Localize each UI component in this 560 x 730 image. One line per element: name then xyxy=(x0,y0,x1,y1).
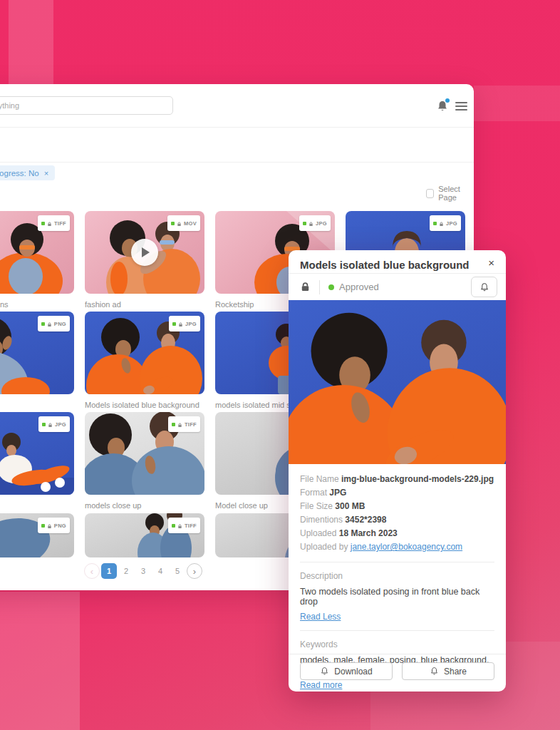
status-dot-icon xyxy=(172,322,176,326)
bell-icon xyxy=(430,667,439,676)
close-icon[interactable]: × xyxy=(488,257,494,268)
asset-thumbnail[interactable]: PNG xyxy=(0,312,74,394)
metadata-label: Uploaded by xyxy=(300,542,351,552)
filter-chip[interactable]: Work In Progress: No × xyxy=(0,165,55,180)
lock-icon xyxy=(177,217,182,230)
asset-label: models close up xyxy=(85,501,204,510)
download-button[interactable]: Download xyxy=(300,662,393,680)
pagination-page-5[interactable]: 5 xyxy=(170,563,185,579)
metadata-row: Uploaded by jane.taylor@bokoagency.com xyxy=(300,540,494,554)
header-divider xyxy=(0,127,474,128)
metadata-label: Dimentions xyxy=(300,515,345,525)
asset-label: ns xyxy=(0,300,74,309)
metadata-row: Dimentions 3452*2398 xyxy=(300,513,494,527)
format-badge: PNG xyxy=(38,518,70,533)
asset-tile[interactable]: TIFFns xyxy=(0,211,74,309)
chip-close-icon[interactable]: × xyxy=(44,169,48,178)
panel-footer: Download Share xyxy=(289,654,506,692)
lock-icon xyxy=(439,217,444,230)
share-button[interactable]: Share xyxy=(402,662,494,680)
asset-tile[interactable]: MOVfashion ad xyxy=(85,211,204,309)
format-label: JPG xyxy=(185,321,197,327)
subscribe-bell-button[interactable] xyxy=(471,277,497,297)
description-text: Two models isolated posing in front blue… xyxy=(300,587,494,607)
asset-grid-row: JPGTIFFmodels close upModel close up xyxy=(0,412,335,510)
lock-icon xyxy=(47,519,52,532)
pagination-page-1[interactable]: 1 xyxy=(101,563,117,579)
lock-icon xyxy=(47,217,52,230)
share-button-label: Share xyxy=(444,667,467,677)
metadata-value: 3452*2398 xyxy=(345,515,386,525)
format-badge: TIFF xyxy=(168,416,200,432)
metadata-value: JPG xyxy=(329,488,346,498)
asset-thumbnail[interactable]: JPG xyxy=(0,412,74,495)
background-block xyxy=(9,0,53,84)
download-button-label: Download xyxy=(334,667,372,677)
format-badge: JPG xyxy=(430,215,461,231)
select-page-checkbox[interactable] xyxy=(426,189,434,198)
format-badge: MOV xyxy=(167,215,200,231)
pagination-page-4[interactable]: 4 xyxy=(152,563,168,579)
pagination: ‹12345› xyxy=(84,563,202,579)
asset-thumbnail[interactable]: TIFF xyxy=(85,412,204,495)
background-block xyxy=(0,592,80,730)
format-badge: JPG xyxy=(299,215,331,231)
description-heading: Description xyxy=(300,571,494,581)
format-badge: TIFF xyxy=(38,215,70,231)
lock-icon xyxy=(300,282,311,292)
select-page-label: Select Page xyxy=(438,185,474,202)
format-badge: JPG xyxy=(169,316,200,331)
asset-tile[interactable]: TIFFmodels close up xyxy=(85,412,204,510)
asset-preview-image xyxy=(289,300,506,464)
metadata-value: img-blue-background-models-229.jpg xyxy=(341,474,494,484)
asset-thumbnail[interactable]: MOV xyxy=(85,211,204,294)
format-label: JPG xyxy=(446,220,457,227)
format-label: TIFF xyxy=(54,220,66,227)
pagination-page-3[interactable]: 3 xyxy=(135,563,151,579)
format-label: PNG xyxy=(54,523,66,529)
metadata-label: File Size xyxy=(300,501,335,511)
format-badge: TIFF xyxy=(168,518,200,533)
asset-label: fashion ad xyxy=(85,300,204,309)
asset-tile[interactable]: JPG xyxy=(0,412,74,510)
lock-icon xyxy=(308,217,313,230)
panel-header: Models isolated blue background × xyxy=(289,250,506,274)
asset-grid-row: PNGTIFF xyxy=(0,513,335,557)
asset-thumbnail[interactable]: PNG xyxy=(0,513,74,557)
asset-tile[interactable]: TIFF xyxy=(85,513,204,557)
asset-tile[interactable]: PNG xyxy=(0,513,74,557)
asset-thumbnail[interactable]: TIFF xyxy=(0,211,74,294)
status-dot-icon xyxy=(42,423,46,426)
uploader-link[interactable]: jane.taylor@bokoagency.com xyxy=(351,542,462,552)
status-label: Approved xyxy=(339,282,379,292)
format-badge: PNG xyxy=(38,316,70,331)
asset-tile[interactable]: JPGModels isolated blue background xyxy=(85,312,204,409)
search-input[interactable] xyxy=(0,96,173,115)
metadata-label: Uploaded xyxy=(300,528,339,538)
asset-thumbnail[interactable]: TIFF xyxy=(85,513,204,557)
status-dot-icon xyxy=(41,222,45,225)
background-block xyxy=(474,86,560,121)
keywords-heading: Keywords xyxy=(300,639,494,649)
screen: Work In Progress: No × Select Page TIFFn… xyxy=(0,0,560,730)
asset-detail-panel: Models isolated blue background × Approv… xyxy=(289,250,506,692)
filter-chip-label: Work In Progress: No xyxy=(0,169,39,178)
pagination-prev-button[interactable]: ‹ xyxy=(84,563,100,579)
pagination-page-2[interactable]: 2 xyxy=(118,563,134,579)
metadata-row: Uploaded 18 March 2023 xyxy=(300,527,494,540)
select-page-control[interactable]: Select Page xyxy=(426,185,474,202)
metadata-value: 18 March 2023 xyxy=(339,528,398,538)
format-label: JPG xyxy=(55,421,66,428)
asset-tile[interactable]: PNG xyxy=(0,312,74,409)
pagination-next-button[interactable]: › xyxy=(187,563,202,579)
notification-bell-icon[interactable] xyxy=(436,100,449,113)
play-button[interactable] xyxy=(131,239,158,266)
asset-thumbnail[interactable]: JPG xyxy=(85,312,204,394)
status-dot-icon xyxy=(172,423,175,426)
format-label: MOV xyxy=(184,220,197,227)
metadata-row: Format JPG xyxy=(300,486,494,500)
read-less-link[interactable]: Read Less xyxy=(300,612,341,622)
panel-title: Models isolated blue background xyxy=(300,259,470,271)
lock-icon xyxy=(178,317,183,330)
menu-icon[interactable] xyxy=(455,102,467,110)
